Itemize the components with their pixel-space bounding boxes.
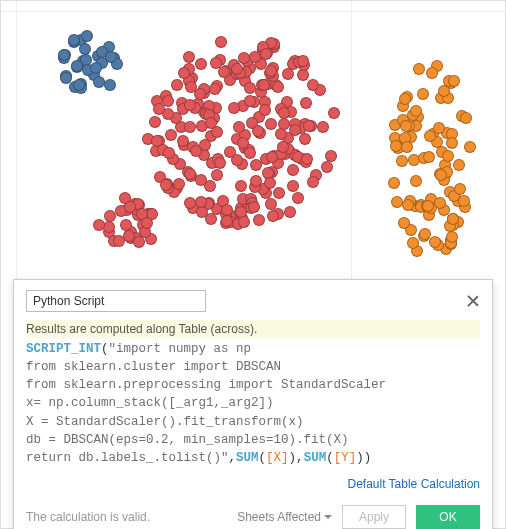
data-point <box>401 141 413 153</box>
data-point <box>183 51 195 63</box>
chevron-down-icon <box>324 515 332 519</box>
data-point <box>419 228 431 240</box>
data-point <box>317 121 329 133</box>
data-point <box>398 217 410 229</box>
data-point <box>211 169 223 181</box>
data-point <box>264 177 276 189</box>
data-point <box>391 196 403 208</box>
data-point <box>460 112 472 124</box>
data-point <box>434 197 446 209</box>
data-point <box>93 219 105 231</box>
data-point <box>194 88 206 100</box>
data-point <box>446 137 458 149</box>
apply-button[interactable]: Apply <box>342 505 406 529</box>
data-point <box>123 230 135 242</box>
data-point <box>301 153 313 165</box>
data-point <box>307 176 319 188</box>
data-point <box>81 30 93 42</box>
data-point <box>244 147 256 159</box>
data-point <box>60 72 72 84</box>
data-point <box>447 213 459 225</box>
field-token: [Y] <box>334 451 357 465</box>
data-point <box>224 146 236 158</box>
default-table-calculation-link[interactable]: Default Table Calculation <box>347 477 480 491</box>
data-point <box>233 121 245 133</box>
formula-editor[interactable]: SCRIPT_INT("import numpy as np from skle… <box>26 340 480 467</box>
data-point <box>400 120 412 132</box>
data-point <box>221 204 233 216</box>
agg-token: SUM <box>304 451 327 465</box>
gridline <box>1 11 506 12</box>
data-point <box>429 236 441 248</box>
data-point <box>289 124 301 136</box>
data-point <box>446 231 458 243</box>
data-point <box>321 161 333 173</box>
app-window: Results are computed along Table (across… <box>0 0 506 529</box>
data-point <box>228 102 240 114</box>
data-point <box>249 51 261 63</box>
field-token: [X] <box>266 451 289 465</box>
calculation-dialog: Results are computed along Table (across… <box>13 279 493 529</box>
data-point <box>399 93 411 105</box>
data-point <box>417 88 429 100</box>
data-point <box>303 120 315 132</box>
data-point <box>267 210 279 222</box>
data-point <box>402 199 414 211</box>
gridline <box>351 1 352 281</box>
sheets-affected-dropdown[interactable]: Sheets Affected <box>237 510 332 524</box>
data-point <box>253 214 265 226</box>
data-point <box>244 82 256 94</box>
sheets-affected-label: Sheets Affected <box>237 510 321 524</box>
data-point <box>73 79 85 91</box>
data-point <box>195 196 207 208</box>
data-point <box>442 150 454 162</box>
data-point <box>238 216 250 228</box>
data-point <box>258 79 270 91</box>
data-point <box>178 67 190 79</box>
data-point <box>160 179 172 191</box>
data-point <box>165 129 177 141</box>
data-point <box>252 125 264 137</box>
data-point <box>300 97 312 109</box>
close-icon[interactable] <box>466 294 480 308</box>
data-point <box>464 141 476 153</box>
data-point <box>388 177 400 189</box>
data-point <box>266 151 278 163</box>
data-point <box>153 103 165 115</box>
data-point <box>438 85 450 97</box>
data-point <box>195 174 207 186</box>
data-point <box>396 155 408 167</box>
script-body: "import numpy as np from sklearn.cluster… <box>26 342 386 465</box>
scatter-chart <box>1 1 506 281</box>
calculation-name-input[interactable] <box>26 290 206 312</box>
data-point <box>177 135 189 147</box>
data-point <box>235 180 247 192</box>
data-point <box>435 169 447 181</box>
data-point <box>215 36 227 48</box>
data-point <box>163 147 175 159</box>
data-point <box>124 201 136 213</box>
data-point <box>248 201 260 213</box>
data-point <box>277 141 289 153</box>
data-point <box>287 180 299 192</box>
data-point <box>297 55 309 67</box>
data-point <box>287 164 299 176</box>
data-point <box>250 159 262 171</box>
ok-button[interactable]: OK <box>416 505 480 529</box>
data-point <box>199 139 211 151</box>
data-point <box>259 104 271 116</box>
data-point <box>453 159 465 171</box>
data-point <box>454 183 466 195</box>
data-point <box>104 210 116 222</box>
data-point <box>238 52 250 64</box>
data-point <box>284 206 296 218</box>
data-point <box>205 117 217 129</box>
data-point <box>433 122 445 134</box>
gridline <box>16 1 17 281</box>
data-point <box>171 79 183 91</box>
data-point <box>278 118 290 130</box>
data-point <box>410 175 422 187</box>
data-point <box>221 215 233 227</box>
results-hint: Results are computed along Table (across… <box>26 320 480 338</box>
data-point <box>423 151 435 163</box>
